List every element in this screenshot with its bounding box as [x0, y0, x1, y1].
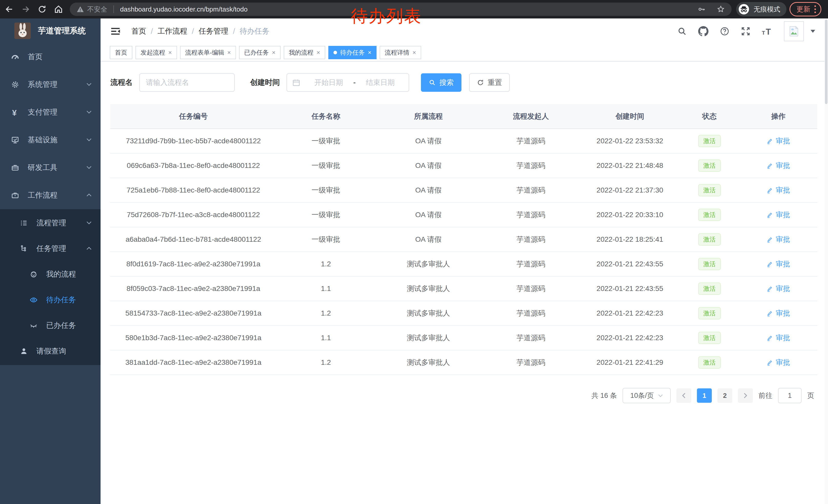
starter-cell: 芋道源码	[482, 178, 580, 202]
table-row: 069c6a63-7b8a-11ec-8ef0-acde48001122 一级审…	[110, 153, 817, 178]
sidebar-item-workflow[interactable]: 工作流程	[0, 182, 100, 209]
refresh-icon	[477, 79, 484, 86]
sidebar-item-task-mgmt[interactable]: 任务管理	[0, 236, 100, 262]
process-cell: 测试多审批人	[375, 252, 481, 276]
reset-button[interactable]: 重置	[469, 73, 510, 92]
browser-home-icon[interactable]	[51, 2, 66, 16]
sidebar-item-my-process[interactable]: 我的流程	[0, 262, 100, 287]
approve-link[interactable]: 审批	[767, 358, 790, 367]
scrollbar-thumb[interactable]	[825, 19, 827, 104]
status-badge: 激活	[698, 307, 721, 320]
tab-process-detail[interactable]: 流程详情×	[380, 46, 421, 59]
sidebar-item-leave-query[interactable]: 请假查询	[0, 338, 100, 364]
approve-link[interactable]: 审批	[767, 161, 790, 171]
chevron-down-icon	[86, 110, 92, 114]
created-cell: 2022-01-21 22:41:29	[580, 350, 679, 375]
date-range-picker[interactable]: 开始日期 - 结束日期	[287, 73, 409, 92]
status-badge: 激活	[698, 184, 721, 197]
approve-link[interactable]: 审批	[767, 284, 790, 293]
help-icon[interactable]	[720, 27, 730, 36]
avatar[interactable]	[784, 21, 804, 41]
browser-refresh-icon[interactable]	[35, 2, 49, 16]
tab-done-tasks[interactable]: 已办任务×	[239, 46, 281, 59]
bookmark-star-icon[interactable]	[717, 5, 725, 13]
breadcrumb-current: 待办任务	[240, 26, 269, 36]
created-cell: 2022-01-22 20:33:10	[580, 202, 679, 227]
fullscreen-icon[interactable]	[741, 27, 750, 36]
image-placeholder-icon	[788, 26, 800, 37]
sidebar-item-payment[interactable]: ¥ 支付管理	[0, 98, 100, 126]
page-scrollbar[interactable]	[824, 18, 828, 504]
sidebar-item-process-mgmt[interactable]: 流程管理	[0, 210, 100, 236]
task-id-cell: 725a1eb6-7b88-11ec-8ef0-acde48001122	[110, 178, 277, 202]
table-row: 8f059c03-7ac8-11ec-a9e2-a2380e71991a 1.1…	[110, 276, 817, 301]
approve-link[interactable]: 审批	[767, 136, 790, 146]
sidebar-item-todo-tasks[interactable]: 待办任务	[0, 287, 100, 313]
url-text[interactable]: dashboard.yudao.iocoder.cn/bpm/task/todo	[120, 5, 698, 13]
github-icon[interactable]	[698, 26, 708, 36]
browser-menu-icon[interactable]	[815, 5, 816, 13]
tab-home[interactable]: 首页	[110, 46, 132, 59]
security-label: 不安全	[87, 5, 107, 14]
browser-update-button[interactable]: 更新	[790, 2, 821, 16]
approve-link[interactable]: 审批	[767, 333, 790, 343]
table-row: 73211d9d-7b9b-11ec-b5b7-acde48001122 一级审…	[110, 129, 817, 153]
close-icon[interactable]: ×	[168, 49, 172, 56]
sidebar-item-infrastructure[interactable]: 基础设施	[0, 126, 100, 154]
process-cell: OA 请假	[375, 202, 481, 227]
warning-icon	[76, 5, 84, 13]
chevron-down-icon[interactable]	[811, 30, 815, 33]
chevron-down-icon	[658, 394, 663, 397]
search-button[interactable]: 搜索	[421, 73, 461, 92]
approve-link[interactable]: 审批	[767, 259, 790, 269]
tab-my-process[interactable]: 我的流程×	[284, 46, 325, 59]
status-badge: 激活	[698, 356, 721, 369]
sidebar-item-done-tasks[interactable]: 已办任务	[0, 313, 100, 338]
process-name-input[interactable]	[139, 73, 235, 92]
status-cell: 激活	[679, 129, 740, 153]
app-logo-row[interactable]: 芋道管理系统	[0, 18, 100, 43]
approve-link[interactable]: 审批	[767, 308, 790, 318]
close-icon[interactable]: ×	[412, 49, 416, 56]
breadcrumb-home[interactable]: 首页	[131, 26, 146, 36]
tab-todo-tasks[interactable]: 待办任务×	[328, 46, 377, 59]
password-key-icon[interactable]	[698, 5, 706, 13]
sidebar-item-system[interactable]: 系统管理	[0, 71, 100, 98]
status-badge: 激活	[698, 282, 721, 295]
page-button-2[interactable]: 2	[717, 388, 732, 403]
approve-link[interactable]: 审批	[767, 210, 790, 220]
app-logo	[14, 22, 31, 39]
breadcrumb-workflow[interactable]: 工作流程	[158, 26, 187, 36]
font-size-icon[interactable]: TT	[762, 27, 773, 36]
close-icon[interactable]: ×	[368, 49, 371, 56]
task-id-cell: 580e1b3d-7ac8-11ec-a9e2-a2380e71991a	[110, 326, 277, 350]
page-size-select[interactable]: 10条/页	[623, 388, 671, 403]
close-icon[interactable]: ×	[227, 49, 231, 56]
tab-form-edit[interactable]: 流程表单-编辑×	[180, 46, 236, 59]
browser-back-icon[interactable]	[2, 2, 16, 16]
sidebar-collapse-icon[interactable]	[110, 26, 122, 37]
prev-page-button[interactable]	[676, 388, 691, 403]
address-bar[interactable]: 不安全 dashboard.yudao.iocoder.cn/bpm/task/…	[70, 3, 732, 16]
approve-link[interactable]: 审批	[767, 185, 790, 195]
tab-start-process[interactable]: 发起流程×	[135, 46, 177, 59]
breadcrumb-task-mgmt[interactable]: 任务管理	[199, 26, 228, 36]
browser-forward-icon[interactable]	[18, 2, 33, 16]
sidebar-item-home[interactable]: 首页	[0, 43, 100, 71]
goto-page-input[interactable]	[778, 388, 801, 403]
status-cell: 激活	[679, 326, 740, 350]
approve-link[interactable]: 审批	[767, 235, 790, 244]
security-indicator[interactable]: 不安全	[76, 5, 107, 14]
search-icon[interactable]	[677, 27, 687, 36]
edit-pen-icon	[767, 310, 773, 317]
next-page-button[interactable]	[738, 388, 753, 403]
page-button-1[interactable]: 1	[697, 388, 712, 403]
gear-icon	[11, 80, 19, 89]
status-cell: 激活	[679, 276, 740, 301]
close-icon[interactable]: ×	[272, 49, 276, 56]
close-icon[interactable]: ×	[317, 49, 320, 56]
sidebar-item-dev-tools[interactable]: 研发工具	[0, 154, 100, 182]
task-name-cell: 一级审批	[277, 153, 376, 178]
created-cell: 2022-01-22 21:37:30	[580, 178, 679, 202]
calendar-icon	[292, 79, 300, 87]
